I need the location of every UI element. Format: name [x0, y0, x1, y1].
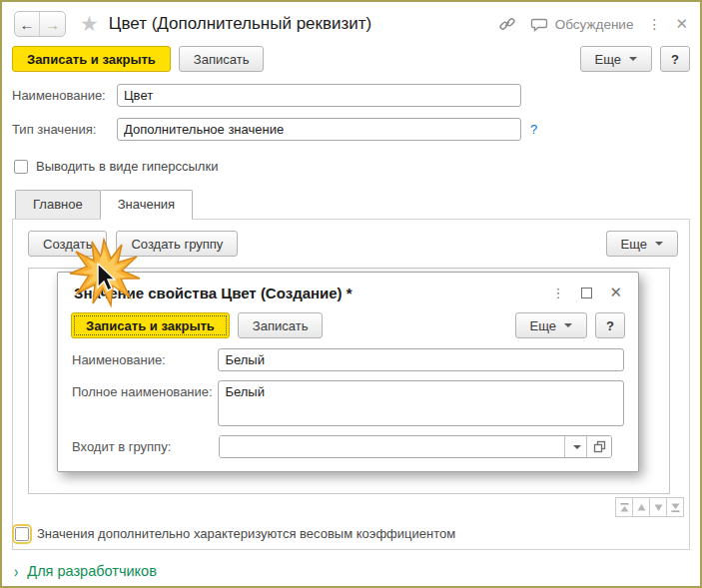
dialog-group-dropdown-button[interactable] [564, 436, 586, 457]
header-kebab-icon[interactable]: ⋮ [647, 17, 661, 31]
dialog-close-icon[interactable]: ✕ [609, 284, 622, 301]
form-fields: Наименование: Тип значения: ? Выводить в… [2, 72, 700, 174]
nav-history-group: ← → [14, 11, 66, 37]
values-more-label: Еще [621, 237, 647, 252]
dialog-full-name-textarea[interactable]: Белый [218, 380, 624, 426]
main-toolbar: Записать и закрыть Записать Еще ? [2, 42, 700, 72]
create-button[interactable]: Создать [28, 231, 107, 257]
create-group-button[interactable]: Создать группу [116, 231, 238, 257]
copy-link-icon[interactable] [498, 15, 516, 33]
move-up-button[interactable] [632, 497, 650, 517]
help-button[interactable]: ? [660, 46, 690, 72]
chevron-down-icon [655, 242, 663, 246]
tab-main[interactable]: Главное [15, 190, 101, 219]
dialog-toolbar: Записать и закрыть Записать Еще ? [58, 303, 638, 347]
dialog-name-row: Наименование: [72, 348, 624, 371]
chevron-down-icon [564, 323, 572, 327]
chevron-right-icon: › [14, 562, 18, 581]
dialog-save-button[interactable]: Записать [238, 312, 324, 338]
value-creation-dialog: Значение свойства Цвет (Создание) * ⋮ ✕ … [57, 272, 639, 472]
dialog-title: Значение свойства Цвет (Создание) * [74, 285, 551, 301]
weight-checkbox-label: Значения дополнительно характеризуются в… [37, 526, 455, 541]
values-more-button[interactable]: Еще [606, 231, 678, 257]
tab-bar: Главное Значения [15, 190, 700, 219]
save-button[interactable]: Записать [179, 46, 265, 72]
dialog-header: Значение свойства Цвет (Создание) * ⋮ ✕ [58, 273, 638, 303]
dialog-fields: Наименование: Полное наименование: Белый… [58, 347, 638, 458]
open-in-window-icon [593, 440, 606, 453]
back-button[interactable]: ← [15, 12, 40, 36]
dialog-maximize-icon[interactable] [581, 288, 592, 298]
name-input[interactable] [117, 84, 521, 107]
save-close-button[interactable]: Записать и закрыть [12, 46, 171, 72]
value-type-field-row: Тип значения: ? [12, 118, 690, 141]
discussion-label: Обсуждение [555, 17, 634, 32]
dialog-name-input[interactable] [218, 348, 624, 371]
forward-button[interactable]: → [40, 12, 65, 36]
sort-buttons-row [13, 497, 684, 517]
dialog-group-combo [219, 435, 612, 458]
chevron-down-icon [573, 445, 581, 449]
value-type-input[interactable] [117, 118, 521, 141]
move-down-button[interactable] [649, 497, 667, 517]
dialog-full-name-label: Полное наименование: [72, 380, 218, 399]
developers-link[interactable]: › Для разработчиков [14, 563, 688, 579]
window-close-icon[interactable]: ✕ [675, 15, 688, 33]
app-window: ← → ★ Цвет (Дополнительный реквизит) Обс… [0, 0, 702, 588]
more-button[interactable]: Еще [580, 46, 652, 72]
discussion-bubble-icon [530, 16, 549, 33]
dialog-more-label: Еще [530, 318, 556, 333]
dialog-full-name-row: Полное наименование: Белый [72, 380, 624, 426]
hyperlink-checkbox-row: Выводить в виде гиперссылки [14, 159, 690, 174]
chevron-down-icon [629, 57, 637, 61]
dialog-group-row: Входит в группу: [72, 435, 624, 458]
name-field-row: Наименование: [12, 84, 690, 107]
dialog-name-label: Наименование: [72, 348, 218, 367]
values-toolbar: Создать Создать группу Еще [13, 220, 689, 257]
weight-checkbox[interactable] [15, 527, 29, 541]
dialog-help-button[interactable]: ? [595, 312, 625, 338]
dialog-save-close-button[interactable]: Записать и закрыть [71, 312, 230, 338]
value-type-label: Тип значения: [12, 122, 117, 137]
move-to-top-button[interactable] [615, 497, 633, 517]
tab-values[interactable]: Значения [100, 190, 193, 219]
dialog-more-button[interactable]: Еще [515, 312, 587, 338]
dialog-group-input[interactable] [220, 436, 564, 457]
discussion-button[interactable]: Обсуждение [530, 16, 634, 33]
dialog-kebab-icon[interactable]: ⋮ [551, 287, 564, 299]
hyperlink-checkbox-label: Выводить в виде гиперссылки [36, 159, 218, 174]
move-to-bottom-button[interactable] [666, 497, 684, 517]
value-type-help-link[interactable]: ? [530, 122, 537, 137]
header-bar: ← → ★ Цвет (Дополнительный реквизит) Обс… [2, 2, 700, 42]
more-label: Еще [595, 52, 621, 67]
name-label: Наименование: [12, 88, 117, 103]
hyperlink-checkbox[interactable] [14, 160, 28, 174]
dialog-group-label: Входит в группу: [72, 435, 219, 454]
favorite-star-icon[interactable]: ★ [80, 12, 99, 36]
dialog-group-open-button[interactable] [586, 436, 611, 457]
dialog-window-controls: ⋮ ✕ [551, 284, 622, 301]
weight-checkbox-row: Значения дополнительно характеризуются в… [15, 526, 689, 541]
developers-link-label: Для разработчиков [27, 563, 157, 579]
page-title: Цвет (Дополнительный реквизит) [109, 14, 371, 34]
header-actions: Обсуждение ⋮ ✕ [498, 15, 688, 33]
